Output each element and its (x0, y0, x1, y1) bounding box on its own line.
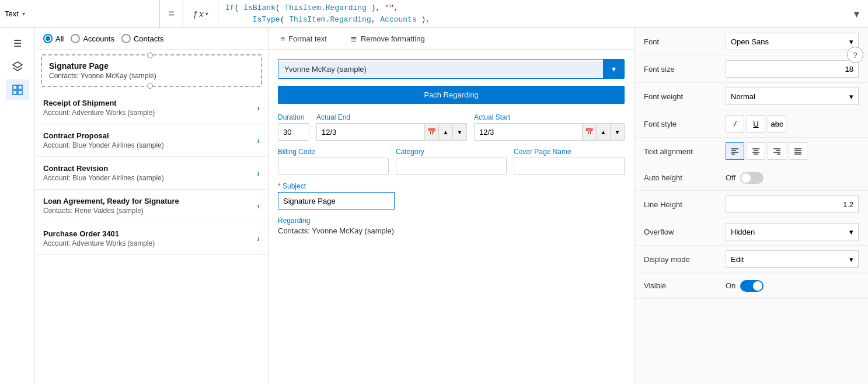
font-weight-chevron-icon: ▾ (849, 92, 853, 101)
font-size-label: Font size (644, 65, 726, 74)
form-row-dates: Duration Actual End 📅 ▲ ▼ Actual Start (278, 113, 625, 141)
duration-input[interactable] (278, 123, 309, 141)
cover-page-name-label: Cover Page Name (514, 148, 625, 156)
font-value: Open Sans (731, 37, 769, 46)
svg-rect-1 (18, 85, 22, 89)
actual-end-time-up[interactable]: ▼ (452, 124, 466, 140)
actual-start-calendar-icon[interactable]: 📅 (582, 124, 596, 140)
list-item[interactable]: Receipt of Shipment Account: Adventure W… (35, 92, 268, 124)
font-weight-row: Font weight Normal ▾ (635, 83, 868, 110)
billing-code-input[interactable] (278, 158, 389, 175)
svg-rect-2 (13, 90, 17, 95)
list-item[interactable]: Contract Proposal Account: Blue Yonder A… (35, 124, 268, 157)
actual-end-input[interactable] (317, 124, 424, 140)
font-select[interactable]: Open Sans ▾ (726, 33, 859, 50)
contract-name: Purchase Order 3401 (43, 229, 257, 238)
list-item[interactable]: Purchase Order 3401 Account: Adventure W… (35, 222, 268, 255)
actual-start-input-wrapper: 📅 ▲ ▼ (474, 123, 625, 141)
actual-end-time-down[interactable]: ▲ (438, 124, 452, 140)
strikethrough-button[interactable]: abc (768, 115, 786, 132)
font-style-row: Font style / U abc (635, 110, 868, 138)
billing-code-label: Billing Code (278, 148, 389, 156)
overflow-select[interactable]: Hidden ▾ (726, 223, 859, 240)
layers-icon[interactable] (6, 56, 29, 77)
format-text-button[interactable]: ≡ Format text (276, 32, 332, 46)
property-selector[interactable]: Text ▾ (0, 0, 160, 27)
font-style-label: Font style (644, 120, 726, 128)
formula-bar: Text ▾ = ƒ x ▾ If( IsBlank( ThisItem.Reg… (0, 0, 868, 28)
align-justify-button[interactable] (789, 142, 807, 160)
list-item[interactable]: Contract Revision Account: Blue Yonder A… (35, 157, 268, 190)
font-size-input[interactable] (726, 60, 859, 78)
remove-formatting-icon: ≣ (350, 34, 357, 43)
auto-height-state: Off (726, 173, 735, 182)
category-input[interactable] (396, 158, 507, 175)
contact-selector-chevron[interactable]: ▾ (603, 60, 624, 78)
actual-start-input[interactable] (475, 124, 582, 140)
help-icon[interactable]: ? (847, 47, 863, 63)
formula-expand-button[interactable]: ▾ (845, 0, 868, 27)
subject-input[interactable] (278, 192, 395, 210)
line-height-row: Line Height (635, 191, 868, 218)
contract-sub: Contacts: Rene Valdes (sample) (43, 207, 257, 215)
align-left-button[interactable] (726, 142, 744, 160)
contract-list: Receipt of Shipment Account: Adventure W… (35, 92, 268, 384)
italic-button[interactable]: / (726, 115, 744, 132)
align-center-button[interactable] (747, 142, 765, 160)
grid-icon[interactable] (6, 79, 29, 100)
radio-all[interactable]: All (43, 34, 64, 43)
format-text-icon: ≡ (280, 34, 285, 43)
text-align-group (726, 142, 859, 160)
category-label: Category (396, 148, 507, 156)
auto-height-row: Auto height Off (635, 165, 868, 191)
align-right-button[interactable] (768, 142, 786, 160)
duration-label: Duration (278, 113, 309, 121)
formula-editor[interactable]: If( IsBlank( ThisItem.Regarding ), "", I… (218, 0, 845, 27)
regarding-value: Contacts: Yvonne McKay (sample) (278, 226, 625, 235)
form-area: Yvonne McKay (sample) ▾ Pach Regarding D… (269, 50, 634, 252)
svg-rect-3 (18, 90, 22, 95)
visible-toggle[interactable] (740, 280, 764, 292)
contract-name: Contract Revision (43, 164, 257, 173)
filter-row: All Accounts Contacts (35, 28, 268, 50)
format-toolbar: ≡ Format text ≣ Remove formatting (269, 28, 634, 50)
overflow-row: Overflow Hidden ▾ (635, 218, 868, 246)
radio-all-label: All (55, 34, 64, 43)
signature-box[interactable]: Signature Page Contacts: Yvonne McKay (s… (41, 54, 262, 87)
actual-end-calendar-icon[interactable]: 📅 (424, 124, 438, 140)
cover-page-name-input[interactable] (514, 158, 625, 175)
contact-selector[interactable]: Yvonne McKay (sample) ▾ (278, 59, 625, 79)
display-mode-label: Display mode (644, 255, 726, 264)
duration-field: Duration (278, 113, 309, 141)
underline-button[interactable]: U (747, 115, 765, 132)
radio-contacts[interactable]: Contacts (121, 34, 163, 43)
remove-formatting-button[interactable]: ≣ Remove formatting (346, 32, 430, 46)
chevron-right-icon: › (257, 201, 260, 211)
line-height-input[interactable] (726, 196, 859, 213)
actual-start-time-up[interactable]: ▼ (610, 124, 624, 140)
display-mode-select[interactable]: Edit ▾ (726, 250, 859, 268)
overflow-label: Overflow (644, 228, 726, 236)
left-panel: All Accounts Contacts Signature Page Con… (35, 28, 269, 384)
chevron-right-icon: › (257, 103, 260, 113)
actual-end-field: Actual End 📅 ▲ ▼ (316, 113, 467, 141)
font-label: Font (644, 37, 726, 46)
patch-regarding-button[interactable]: Pach Regarding (278, 86, 625, 104)
billing-code-field: Billing Code (278, 148, 389, 175)
regarding-label: Regarding (278, 217, 625, 225)
chevron-right-icon: › (257, 234, 260, 243)
main-area: ☰ All (0, 28, 868, 384)
list-item[interactable]: Loan Agreement, Ready for Signature Cont… (35, 190, 268, 222)
cover-page-name-field: Cover Page Name (514, 148, 625, 175)
fx-button[interactable]: ƒ x ▾ (183, 0, 218, 27)
auto-height-toggle[interactable] (740, 172, 764, 184)
overflow-value: Hidden (731, 228, 755, 236)
subject-section: Subject (278, 182, 625, 210)
hamburger-icon[interactable]: ☰ (6, 33, 29, 54)
radio-accounts[interactable]: Accounts (71, 34, 114, 43)
font-weight-select[interactable]: Normal ▾ (726, 88, 859, 105)
font-style-group: / U abc (726, 115, 859, 132)
equals-button[interactable]: = (160, 0, 183, 27)
actual-start-time-down[interactable]: ▲ (596, 124, 610, 140)
signature-subtitle: Contacts: Yvonne McKay (sample) (49, 72, 254, 80)
